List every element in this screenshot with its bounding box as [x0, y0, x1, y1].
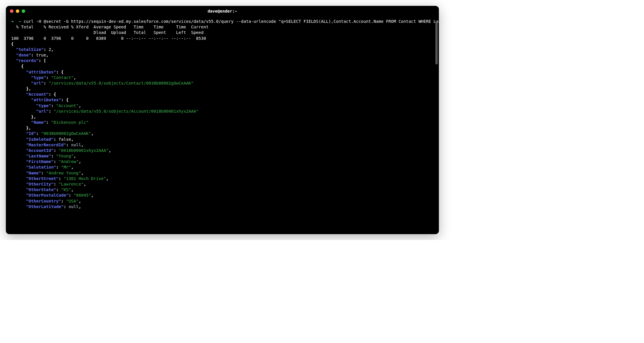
traffic-lights [10, 9, 25, 13]
window-title: dave@ender:~ [6, 9, 439, 13]
command-line: curl -H @secret -G https://sequin-dev-ed… [24, 19, 439, 24]
json-value: "/services/data/v55.0/sobjects/Account/0… [54, 109, 198, 114]
json-value: null [68, 204, 78, 209]
json-value: "Dickenson plc" [51, 120, 89, 125]
prompt-arrow-icon: ➜ [11, 19, 14, 24]
curl-stats-header2: Dload Upload Total Spent Left Speed [11, 30, 204, 35]
json-key: "Account" [26, 92, 49, 97]
json-key: "Salutation" [26, 165, 56, 169]
json-value: "Andrew" [59, 159, 78, 164]
json-value: "/services/data/v55.0/sobjects/Contact/0… [49, 81, 193, 85]
minimize-icon[interactable] [16, 9, 19, 13]
json-key: "AccountId" [26, 148, 54, 153]
json-value: "Lawrence" [59, 182, 83, 186]
title-bar: dave@ender:~ [6, 6, 439, 16]
json-value: "0038b00002gOwCeAAK" [41, 131, 91, 136]
json-key: "OtherLatitude" [26, 204, 63, 209]
curl-stats-header1: % Total % Received % Xferd Average Speed… [11, 25, 209, 29]
json-key: "Name" [26, 171, 41, 175]
json-value: "Account" [56, 103, 79, 108]
json-key: "done" [16, 53, 31, 57]
json-value: "Young" [56, 154, 74, 158]
json-key: "attributes" [26, 70, 56, 74]
json-key: "OtherCountry" [26, 199, 61, 203]
json-value: "KS" [61, 187, 71, 192]
json-key: "totalSize" [16, 47, 44, 52]
json-value: "Andrew Young" [46, 171, 81, 175]
json-key: "OtherCity" [26, 182, 54, 186]
json-key: "IsDeleted" [26, 137, 54, 142]
json-value: "66045" [74, 193, 91, 198]
json-key: "MasterRecordId" [26, 143, 66, 147]
maximize-icon[interactable] [22, 9, 25, 13]
json-value: false [59, 137, 71, 142]
json-key: "url" [36, 109, 49, 114]
scrollbar[interactable] [435, 20, 438, 64]
json-key: "LastName" [26, 154, 51, 158]
prompt-tilde-icon: ~ [19, 19, 21, 24]
json-key: "Id" [26, 131, 36, 136]
json-value: "0018b00001xhyx2AAA" [59, 148, 109, 153]
json-value: true [36, 53, 46, 57]
json-value: "Contact" [51, 75, 74, 80]
json-key: "records" [16, 58, 39, 63]
json-brace: { [11, 42, 14, 46]
json-key: "type" [31, 75, 46, 80]
json-value: "USA" [66, 199, 79, 203]
curl-stats-row: 100 3796 0 3796 0 0 8389 0 --:--:-- --:-… [11, 36, 206, 41]
json-key: "OtherState" [26, 187, 56, 192]
json-value: 2 [49, 47, 51, 52]
json-key: "FirstName" [26, 159, 54, 164]
json-key: "OtherPostalCode" [26, 193, 68, 198]
json-value: null [71, 143, 81, 147]
json-key: "OtherStreet" [26, 176, 59, 181]
json-key: "Name" [31, 120, 46, 125]
json-value: "Mr" [61, 165, 71, 169]
json-key: "type" [36, 103, 51, 108]
json-key: "url" [31, 81, 44, 85]
terminal-window: dave@ender:~ ➜ ~ curl -H @secret -G http… [6, 6, 439, 234]
terminal-body[interactable]: ➜ ~ curl -H @secret -G https://sequin-de… [6, 16, 439, 234]
close-icon[interactable] [10, 9, 13, 13]
json-value: "1301 Hoch Drive" [63, 176, 106, 181]
json-key: "attributes" [31, 97, 61, 102]
